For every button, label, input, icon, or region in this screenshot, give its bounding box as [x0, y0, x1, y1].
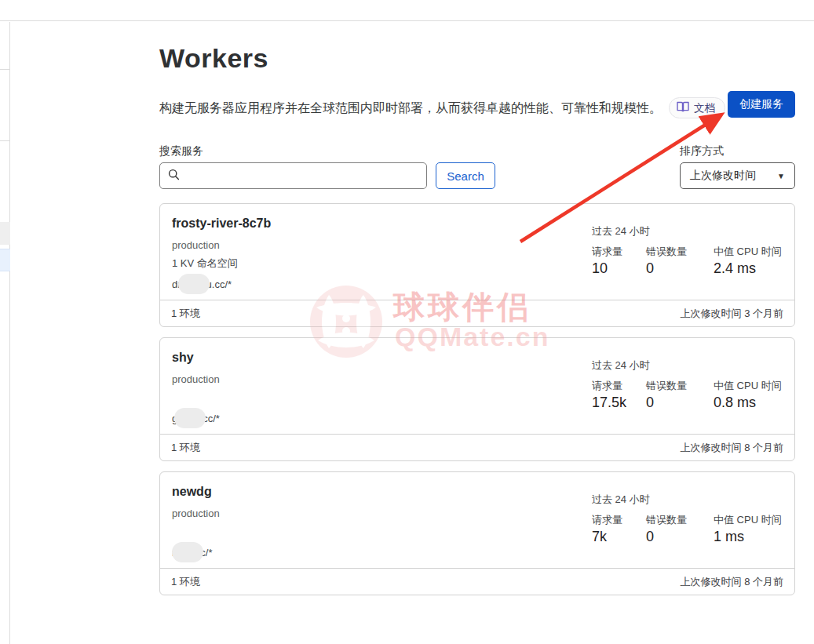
- sidebar-item-active[interactable]: [0, 249, 10, 271]
- requests-label: 请求量: [592, 379, 622, 393]
- cpu-value: 1 ms: [714, 529, 744, 545]
- cpu-value: 0.8 ms: [714, 395, 756, 411]
- service-name-link[interactable]: shy: [172, 351, 194, 365]
- last-modified: 上次修改时间 8 个月前: [681, 441, 783, 455]
- service-environment: production: [172, 508, 220, 519]
- search-input[interactable]: [186, 169, 418, 182]
- service-route: r c/*: [172, 542, 213, 562]
- cpu-label: 中值 CPU 时间: [714, 379, 782, 393]
- service-environment: production: [172, 239, 220, 251]
- workers-page: Workers 构建无服务器应用程序并在全球范围内即时部署，从而获得卓越的性能、…: [0, 0, 814, 644]
- errors-label: 错误数量: [646, 245, 687, 259]
- redaction-blur: [178, 274, 210, 294]
- environment-count: 1 环境: [171, 441, 200, 455]
- environment-count: 1 环境: [171, 575, 200, 589]
- service-card[interactable]: frosty-river-8c7b production 1 KV 命名空间 d…: [159, 203, 795, 327]
- search-icon: [168, 169, 180, 184]
- sort-dropdown[interactable]: 上次修改时间 ▼: [680, 162, 795, 189]
- sidebar-divider: [0, 69, 10, 70]
- service-name-link[interactable]: newdg: [172, 485, 212, 499]
- stats-period-label: 过去 24 小时: [592, 493, 650, 507]
- page-title: Workers: [159, 43, 268, 74]
- docs-link-label: 文档: [694, 101, 715, 115]
- cpu-value: 2.4 ms: [714, 260, 756, 277]
- errors-value: 0: [646, 260, 654, 277]
- service-card-footer: 1 环境 上次修改时间 8 个月前: [160, 568, 794, 595]
- requests-value: 17.5k: [592, 395, 626, 411]
- service-route: g cc/*: [172, 408, 220, 428]
- service-card-body: shy production g cc/* 过去 24 小时 请求量 错误数量 …: [160, 338, 794, 435]
- environment-count: 1 环境: [171, 307, 200, 321]
- service-card[interactable]: shy production g cc/* 过去 24 小时 请求量 错误数量 …: [159, 337, 795, 461]
- service-kv-binding: 1 KV 命名空间: [172, 257, 238, 271]
- service-name-link[interactable]: frosty-river-8c7b: [172, 216, 271, 231]
- errors-value: 0: [646, 395, 654, 411]
- service-card[interactable]: newdg production r c/* 过去 24 小时 请求量 错误数量…: [159, 471, 795, 595]
- stats-period-label: 过去 24 小时: [592, 224, 650, 238]
- service-card-footer: 1 环境 上次修改时间 3 个月前: [160, 300, 794, 326]
- page-description: 构建无服务器应用程序并在全球范围内即时部署，从而获得卓越的性能、可靠性和规模性。: [159, 100, 662, 117]
- requests-value: 7k: [592, 529, 607, 545]
- errors-label: 错误数量: [646, 513, 687, 527]
- sidebar-edge: [0, 22, 10, 644]
- sort-dropdown-value: 上次修改时间: [690, 169, 756, 183]
- service-card-body: newdg production r c/* 过去 24 小时 请求量 错误数量…: [160, 472, 794, 569]
- stats-period-label: 过去 24 小时: [592, 358, 650, 373]
- sidebar-item-hover[interactable]: [0, 222, 10, 245]
- create-service-button[interactable]: 创建服务: [728, 91, 795, 118]
- cpu-label: 中值 CPU 时间: [714, 245, 782, 259]
- book-icon: [677, 101, 689, 115]
- service-route-suffix: u.cc/*: [206, 278, 232, 290]
- redaction-blur: [172, 542, 203, 562]
- requests-label: 请求量: [592, 245, 622, 259]
- search-button[interactable]: Search: [436, 162, 495, 189]
- search-box[interactable]: [159, 162, 427, 189]
- docs-link[interactable]: 文档: [669, 97, 725, 118]
- sort-label: 排序方式: [680, 144, 724, 158]
- requests-label: 请求量: [592, 513, 622, 527]
- last-modified: 上次修改时间 3 个月前: [681, 307, 783, 321]
- chevron-down-icon: ▼: [777, 172, 785, 180]
- cpu-label: 中值 CPU 时间: [714, 513, 782, 527]
- search-label: 搜索服务: [159, 144, 203, 158]
- sidebar-divider: [0, 140, 10, 141]
- service-card-footer: 1 环境 上次修改时间 8 个月前: [160, 434, 794, 460]
- errors-label: 错误数量: [646, 379, 687, 393]
- redaction-blur: [174, 408, 206, 428]
- top-bar: [0, 0, 814, 21]
- requests-value: 10: [592, 260, 608, 277]
- errors-value: 0: [646, 529, 654, 545]
- service-route: dr u.cc/*: [172, 274, 232, 294]
- service-environment: production: [172, 373, 220, 385]
- last-modified: 上次修改时间 8 个月前: [681, 575, 783, 589]
- service-card-body: frosty-river-8c7b production 1 KV 命名空间 d…: [160, 204, 794, 301]
